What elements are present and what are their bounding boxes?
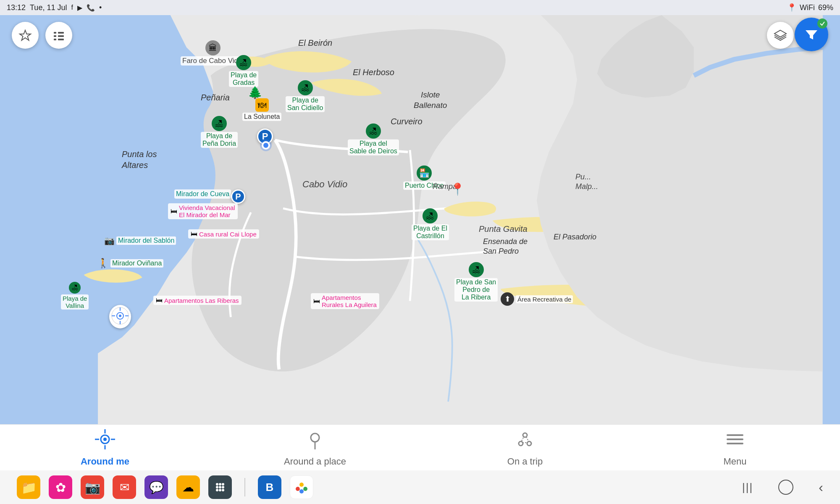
home-btn[interactable] xyxy=(778,480,793,495)
wifi-icon: WiFi xyxy=(800,3,815,12)
star-button[interactable] xyxy=(12,22,39,49)
svg-rect-13 xyxy=(54,39,56,40)
user-location xyxy=(262,141,270,150)
around-place-icon xyxy=(304,428,326,454)
time: 13:12 xyxy=(7,3,26,12)
svg-rect-14 xyxy=(58,39,64,40)
nav-around-me[interactable]: Around me xyxy=(63,425,147,470)
on-trip-label: On a trip xyxy=(507,456,543,467)
svg-point-25 xyxy=(523,433,527,437)
fb-icon: f xyxy=(71,4,73,11)
app-flower[interactable]: ✿ xyxy=(49,475,72,499)
app-grid[interactable] xyxy=(208,475,232,499)
svg-rect-11 xyxy=(54,35,56,37)
svg-point-32 xyxy=(216,483,218,486)
svg-point-42 xyxy=(296,487,300,491)
app-chat[interactable]: 💬 xyxy=(144,475,168,499)
nav-menu[interactable]: Menu xyxy=(693,425,777,470)
list-button[interactable] xyxy=(45,22,72,49)
svg-rect-12 xyxy=(58,35,64,37)
date: Tue, 11 Jul xyxy=(30,3,67,12)
location-icon: 📍 xyxy=(787,3,796,12)
status-right: 📍 WiFi 69% xyxy=(787,3,833,12)
app-files[interactable]: 📁 xyxy=(17,475,40,499)
svg-rect-10 xyxy=(58,32,64,34)
bottom-navigation: Around me Around a place On a trip xyxy=(0,424,840,470)
android-app-tray: 📁 ✿ 📷 ✉ 💬 ☁ xyxy=(17,475,313,499)
parking-badge-2: P xyxy=(231,189,245,204)
nav-separator xyxy=(244,478,245,496)
layers-button[interactable] xyxy=(767,22,794,49)
svg-point-34 xyxy=(222,483,224,486)
svg-point-40 xyxy=(222,489,224,491)
nav-around-place[interactable]: Around a place xyxy=(273,425,357,470)
android-controls: ||| ‹ xyxy=(742,480,823,495)
svg-point-23 xyxy=(519,441,523,446)
app-bixby[interactable]: B xyxy=(258,475,281,499)
svg-point-38 xyxy=(216,489,218,491)
status-bar: 13:12 Tue, 11 Jul f ▶ 📞 • 📍 WiFi 69% xyxy=(0,0,840,15)
status-left: 13:12 Tue, 11 Jul f ▶ 📞 • xyxy=(7,3,102,12)
svg-point-3 xyxy=(119,315,121,317)
svg-point-35 xyxy=(216,486,218,488)
menu-icon xyxy=(724,428,746,454)
rampa-pin: 📍 xyxy=(450,182,465,196)
app-camera[interactable]: 📷 xyxy=(81,475,104,499)
svg-point-33 xyxy=(219,483,221,486)
filter-button[interactable] xyxy=(795,18,828,51)
svg-point-44 xyxy=(299,489,304,494)
on-trip-icon xyxy=(514,428,536,454)
svg-point-37 xyxy=(222,486,224,488)
app-mail[interactable]: ✉ xyxy=(113,475,136,499)
compass-btn[interactable] xyxy=(109,305,131,328)
app-google[interactable] xyxy=(290,475,313,499)
phone-icon: 📞 xyxy=(87,4,95,12)
svg-point-24 xyxy=(527,441,531,446)
map-container[interactable]: 🏛 Faro de Cabo Vidio 🏖 Playa deGradas El… xyxy=(0,15,840,444)
filter-badge xyxy=(817,18,827,29)
map-svg xyxy=(0,15,840,444)
back-btn[interactable]: ‹ xyxy=(819,480,823,495)
yt-icon: ▶ xyxy=(77,4,82,12)
battery: 69% xyxy=(818,3,833,12)
dot: • xyxy=(99,3,102,12)
svg-point-21 xyxy=(311,433,319,442)
icon-tree: 🌲 xyxy=(248,86,262,100)
app-cloud[interactable]: ☁ xyxy=(176,475,200,499)
svg-point-36 xyxy=(219,486,221,488)
svg-rect-9 xyxy=(54,32,56,34)
svg-point-16 xyxy=(103,438,107,441)
android-nav-bar: 📁 ✿ 📷 ✉ 💬 ☁ xyxy=(0,470,840,504)
nav-on-trip[interactable]: On a trip xyxy=(483,425,567,470)
svg-marker-8 xyxy=(20,30,31,40)
svg-point-39 xyxy=(219,489,221,491)
around-place-label: Around a place xyxy=(284,456,346,467)
recent-apps-btn[interactable]: ||| xyxy=(742,481,753,494)
svg-line-28 xyxy=(526,437,528,441)
around-me-label: Around me xyxy=(81,456,129,467)
svg-line-27 xyxy=(522,437,524,441)
svg-point-43 xyxy=(303,487,307,491)
around-me-icon xyxy=(94,428,116,454)
svg-point-41 xyxy=(299,483,304,487)
menu-label: Menu xyxy=(723,456,746,467)
